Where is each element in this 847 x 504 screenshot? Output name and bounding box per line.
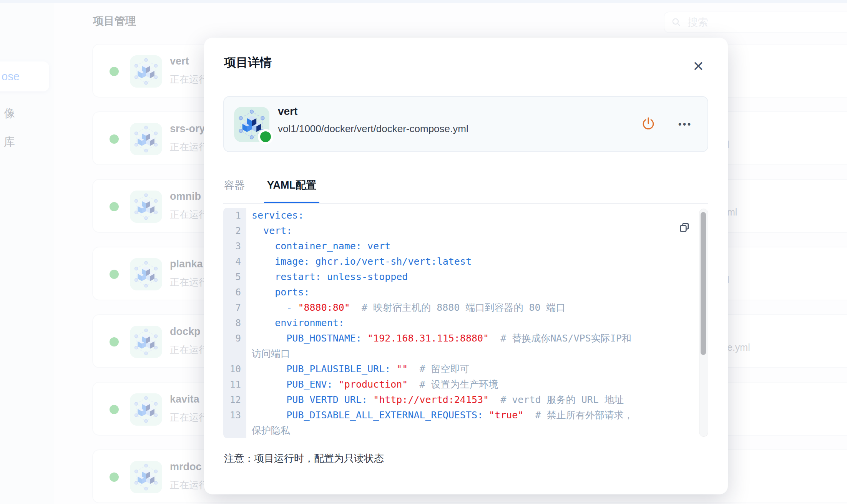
modal-tabs: 容器 YAML配置 bbox=[224, 178, 316, 204]
tabs-divider bbox=[223, 203, 708, 204]
code-row: 5 restart: unless-stopped bbox=[223, 269, 708, 285]
line-number: 2 bbox=[223, 223, 246, 239]
tab[interactable]: YAML配置 bbox=[267, 178, 316, 204]
code-row: 7 - "8880:80" # 映射宿主机的 8880 端口到容器的 80 端口 bbox=[223, 300, 708, 315]
close-icon: ✕ bbox=[693, 58, 704, 74]
copy-button[interactable] bbox=[676, 219, 693, 236]
line-number: 6 bbox=[223, 285, 246, 300]
code-row: 12 PUB_VERTD_URL: "http://vertd:24153" #… bbox=[223, 392, 708, 408]
copy-icon bbox=[678, 222, 691, 234]
tab[interactable]: 容器 bbox=[224, 178, 245, 204]
power-icon bbox=[640, 116, 656, 133]
line-number: 8 bbox=[223, 315, 246, 331]
line-number bbox=[223, 346, 246, 361]
running-status-dot bbox=[258, 129, 273, 144]
code-row: 2 vert: bbox=[223, 223, 708, 239]
code-line: environment: bbox=[246, 315, 708, 331]
code-line: container_name: vert bbox=[246, 239, 708, 254]
code-line: PUB_DISABLE_ALL_EXTERNAL_REQUESTS: "true… bbox=[246, 408, 708, 423]
project-summary-card: vert vol1/1000/docker/vert/docker-compos… bbox=[223, 96, 708, 152]
yaml-code-lines: 1 services: 2 vert: 3 container_name: ve… bbox=[223, 208, 708, 438]
code-row: 保护隐私 bbox=[223, 423, 708, 438]
code-line: services: bbox=[246, 208, 708, 223]
code-line: - "8880:80" # 映射宿主机的 8880 端口到容器的 80 端口 bbox=[246, 300, 708, 315]
code-line: image: ghcr.io/vert-sh/vert:latest bbox=[246, 254, 708, 269]
code-row: 10 PUB_PLAUSIBLE_URL: "" # 留空即可 bbox=[223, 361, 708, 377]
code-row: 11 PUB_ENV: "production" # 设置为生产环境 bbox=[223, 377, 708, 392]
line-number: 10 bbox=[223, 361, 246, 377]
project-path: vol1/1000/docker/vert/docker-compose.yml bbox=[278, 123, 468, 135]
power-button[interactable] bbox=[636, 112, 661, 137]
line-number: 4 bbox=[223, 254, 246, 269]
line-number bbox=[223, 423, 246, 438]
code-line: 访问端口 bbox=[246, 346, 708, 361]
code-line: PUB_HOSTNAME: "192.168.31.115:8880" # 替换… bbox=[246, 331, 708, 346]
scrollbar-track[interactable] bbox=[699, 209, 708, 437]
code-line: restart: unless-stopped bbox=[246, 269, 708, 285]
code-row: 9 PUB_HOSTNAME: "192.168.31.115:8880" # … bbox=[223, 331, 708, 346]
ellipsis-icon: ••• bbox=[678, 119, 692, 130]
code-line: PUB_PLAUSIBLE_URL: "" # 留空即可 bbox=[246, 361, 708, 377]
line-number: 7 bbox=[223, 300, 246, 315]
code-line: PUB_VERTD_URL: "http://vertd:24153" # ve… bbox=[246, 392, 708, 408]
code-line: 保护隐私 bbox=[246, 423, 708, 438]
code-row: 3 container_name: vert bbox=[223, 239, 708, 254]
project-details-modal: 项目详情 ✕ vert vol1/1000/docker/vert/docker… bbox=[204, 38, 728, 494]
yaml-editor: 1 services: 2 vert: 3 container_name: ve… bbox=[223, 208, 708, 438]
close-button[interactable]: ✕ bbox=[688, 55, 709, 77]
code-row: 4 image: ghcr.io/vert-sh/vert:latest bbox=[223, 254, 708, 269]
line-number: 1 bbox=[223, 208, 246, 223]
readonly-note: 注意：项目运行时，配置为只读状态 bbox=[224, 452, 384, 465]
modal-title: 项目详情 bbox=[224, 55, 272, 71]
code-row: 1 services: bbox=[223, 208, 708, 223]
line-number: 5 bbox=[223, 269, 246, 285]
code-row: 访问端口 bbox=[223, 346, 708, 361]
line-number: 9 bbox=[223, 331, 246, 346]
scrollbar-thumb[interactable] bbox=[701, 212, 706, 355]
line-number: 11 bbox=[223, 377, 246, 392]
code-line: PUB_ENV: "production" # 设置为生产环境 bbox=[246, 377, 708, 392]
project-name: vert bbox=[278, 105, 297, 118]
more-actions-button[interactable]: ••• bbox=[673, 112, 698, 137]
code-line: ports: bbox=[246, 285, 708, 300]
code-row: 8 environment: bbox=[223, 315, 708, 331]
line-number: 3 bbox=[223, 239, 246, 254]
code-row: 6 ports: bbox=[223, 285, 708, 300]
code-row: 13 PUB_DISABLE_ALL_EXTERNAL_REQUESTS: "t… bbox=[223, 408, 708, 423]
line-number: 13 bbox=[223, 408, 246, 423]
tab-label: YAML配置 bbox=[267, 179, 316, 191]
tab-label: 容器 bbox=[224, 179, 245, 191]
line-number: 12 bbox=[223, 392, 246, 408]
code-line: vert: bbox=[246, 223, 708, 239]
